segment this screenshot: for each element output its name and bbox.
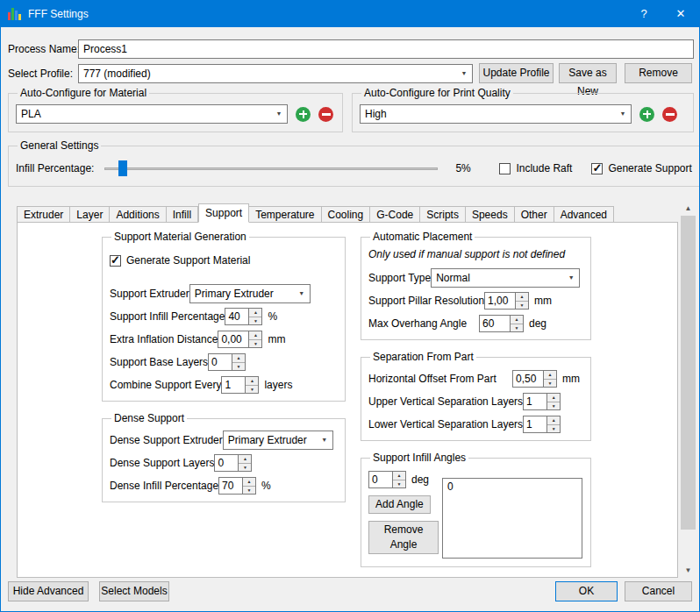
dense-support-layers-label: Dense Support Layers — [110, 457, 214, 469]
auto-configure-quality-group: Auto-Configure for Print Quality High — [352, 87, 694, 132]
vertical-scrollbar[interactable] — [681, 201, 696, 578]
angles-listbox[interactable]: 0 — [442, 478, 582, 559]
infill-angle-spinner[interactable]: 0 — [368, 471, 406, 488]
horizontal-offset-spinner[interactable]: 0,50 — [512, 370, 557, 388]
upper-vertical-separation-label: Upper Vertical Separation Layers — [368, 395, 523, 408]
chevron-down-icon — [295, 286, 309, 302]
support-extruder-dropdown[interactable]: Primary Extruder — [189, 284, 311, 303]
spinner-up-icon[interactable] — [232, 354, 245, 363]
spinner-down-icon[interactable] — [393, 480, 405, 488]
help-button[interactable]: ? — [625, 1, 662, 27]
remove-profile-button[interactable]: Remove — [625, 63, 692, 83]
general-settings-title: General Settings — [18, 139, 101, 152]
quality-dropdown-value: High — [365, 108, 387, 120]
tab-other[interactable]: Other — [515, 206, 554, 223]
max-overhang-angle-spinner[interactable]: 60 — [479, 315, 524, 332]
dense-support-layers-spinner[interactable]: 0 — [214, 454, 252, 472]
hide-advanced-button[interactable]: Hide Advanced — [8, 581, 89, 601]
spinner-down-icon[interactable] — [511, 324, 523, 332]
generate-support-checkbox[interactable] — [591, 163, 603, 174]
infill-percentage-slider[interactable] — [104, 160, 438, 177]
tab-gcode[interactable]: G-Code — [370, 206, 420, 223]
tab-additions[interactable]: Additions — [110, 206, 166, 223]
generate-support-label: Generate Support — [608, 162, 691, 174]
spinner-down-icon[interactable] — [516, 302, 528, 310]
tab-infill[interactable]: Infill — [167, 206, 198, 223]
spinner-down-icon[interactable] — [547, 425, 560, 433]
infill-percentage-value: 5% — [455, 162, 476, 174]
tab-layer[interactable]: Layer — [70, 206, 110, 223]
process-name-input[interactable] — [78, 39, 694, 59]
spinner-up-icon[interactable] — [249, 309, 261, 317]
ok-button[interactable]: OK — [555, 581, 618, 601]
dense-support-extruder-dropdown[interactable]: Primary Extruder — [223, 431, 333, 450]
select-models-button[interactable]: Select Models — [99, 581, 169, 601]
spinner-down-icon[interactable] — [246, 386, 258, 394]
spinner-down-icon[interactable] — [547, 402, 560, 410]
angle-list-item[interactable]: 0 — [447, 480, 577, 493]
material-dropdown-value: PLA — [21, 108, 41, 120]
scroll-thumb[interactable] — [681, 216, 696, 530]
spinner-up-icon[interactable] — [516, 293, 528, 302]
spinner-down-icon[interactable] — [544, 380, 556, 388]
add-material-button[interactable] — [296, 107, 311, 122]
tab-speeds[interactable]: Speeds — [466, 206, 515, 223]
add-quality-button[interactable] — [639, 107, 654, 122]
automatic-placement-group: Automatic Placement Only used if manual … — [361, 231, 591, 340]
extra-inflation-distance-spinner[interactable]: 0,00 — [218, 331, 262, 348]
tab-cooling[interactable]: Cooling — [322, 206, 371, 223]
dense-infill-percentage-spinner[interactable]: 70 — [218, 477, 256, 495]
tab-extruder[interactable]: Extruder — [17, 206, 70, 223]
remove-quality-button[interactable] — [662, 107, 677, 122]
combine-support-every-spinner[interactable]: 1 — [221, 376, 259, 394]
spinner-down-icon[interactable] — [239, 464, 251, 472]
lower-vertical-separation-spinner[interactable]: 1 — [523, 416, 561, 433]
tab-support[interactable]: Support — [198, 203, 249, 223]
support-type-dropdown[interactable]: Normal — [431, 268, 580, 288]
update-profile-button[interactable]: Update Profile — [479, 63, 554, 83]
spinner-up-icon[interactable] — [239, 455, 251, 464]
tab-scripts[interactable]: Scripts — [420, 206, 466, 223]
close-button[interactable]: ✕ — [662, 1, 699, 27]
profile-dropdown[interactable]: 777 (modified) — [78, 64, 473, 83]
cancel-button[interactable]: Cancel — [625, 581, 692, 601]
tab-advanced[interactable]: Advanced — [554, 206, 614, 223]
chevron-down-icon — [616, 106, 630, 122]
spinner-down-icon[interactable] — [243, 487, 255, 495]
tab-temperature[interactable]: Temperature — [249, 206, 321, 223]
save-as-new-button[interactable]: Save as New — [559, 63, 617, 83]
support-type-value: Normal — [436, 272, 470, 284]
support-pillar-resolution-spinner[interactable]: 1,00 — [484, 292, 529, 310]
support-extruder-label: Support Extruder — [110, 288, 189, 300]
profile-dropdown-value: 777 (modified) — [83, 68, 151, 80]
spinner-down-icon[interactable] — [249, 317, 261, 325]
spinner-up-icon[interactable] — [547, 394, 560, 402]
spinner-up-icon[interactable] — [547, 416, 560, 425]
generate-support-material-checkbox[interactable] — [110, 255, 121, 267]
spinner-down-icon[interactable] — [232, 363, 245, 371]
upper-vertical-separation-spinner[interactable]: 1 — [523, 393, 561, 410]
scroll-up-icon[interactable] — [681, 201, 696, 216]
auto-configure-material-group: Auto-Configure for Material PLA — [8, 87, 343, 132]
spinner-up-icon[interactable] — [249, 331, 261, 340]
scroll-down-icon[interactable] — [681, 563, 696, 578]
spinner-down-icon[interactable] — [249, 340, 261, 348]
support-base-layers-spinner[interactable]: 0 — [208, 353, 246, 371]
titlebar: FFF Settings ? ✕ — [1, 1, 699, 27]
remove-angle-button[interactable]: Remove Angle — [368, 521, 439, 554]
spinner-up-icon[interactable] — [246, 377, 258, 386]
spinner-up-icon[interactable] — [243, 478, 255, 487]
infill-percentage-label: Infill Percentage: — [16, 162, 94, 174]
spinner-up-icon[interactable] — [511, 316, 523, 324]
select-profile-label: Select Profile: — [8, 64, 73, 83]
quality-dropdown[interactable]: High — [360, 104, 632, 124]
spinner-up-icon[interactable] — [544, 371, 556, 380]
support-type-label: Support Type — [368, 272, 431, 284]
support-infill-percentage-spinner[interactable]: 40 — [225, 308, 262, 325]
spinner-up-icon[interactable] — [393, 472, 405, 480]
remove-material-button[interactable] — [318, 107, 333, 122]
add-angle-button[interactable]: Add Angle — [368, 495, 431, 514]
material-dropdown[interactable]: PLA — [16, 104, 288, 124]
slider-handle[interactable] — [118, 160, 127, 176]
include-raft-checkbox[interactable] — [499, 163, 511, 174]
